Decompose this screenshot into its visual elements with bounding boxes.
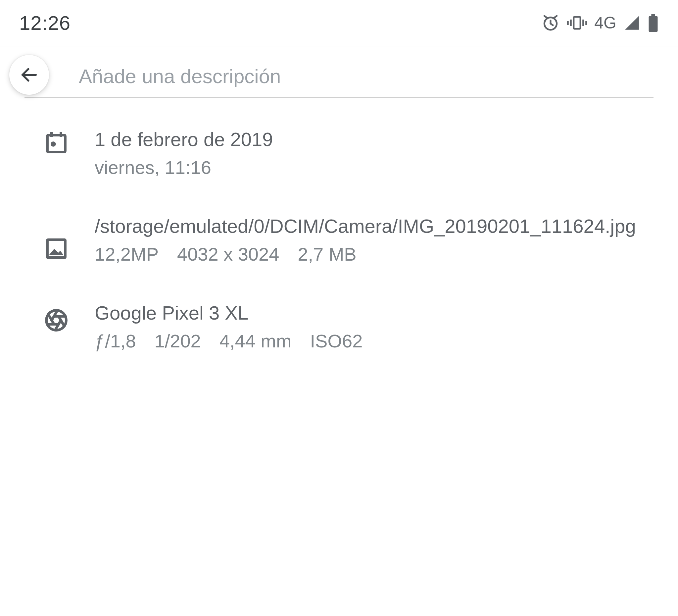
back-button[interactable] — [9, 55, 49, 95]
status-bar: 12:26 4G — [0, 0, 678, 46]
file-resolution: 4032 x 3024 — [177, 244, 279, 265]
camera-aperture: ƒ/1,8 — [95, 330, 136, 351]
image-icon — [44, 237, 68, 261]
vibrate-icon — [567, 13, 587, 32]
svg-rect-14 — [50, 132, 53, 137]
info-list: 1 de febrero de 2019 viernes, 11:16 /sto… — [0, 98, 678, 373]
svg-rect-6 — [570, 20, 572, 26]
svg-line-2 — [551, 24, 553, 25]
aperture-icon — [44, 308, 68, 332]
camera-row: Google Pixel 3 XL ƒ/1,81/2024,44 mmISO62 — [43, 287, 658, 373]
calendar-icon — [44, 130, 68, 154]
svg-rect-11 — [649, 16, 658, 32]
date-title: 1 de febrero de 2019 — [95, 128, 658, 152]
svg-rect-15 — [60, 132, 62, 137]
file-path: /storage/emulated/0/DCIM/Camera/IMG_2019… — [95, 214, 658, 239]
status-time: 12:26 — [19, 11, 71, 34]
camera-name: Google Pixel 3 XL — [95, 301, 658, 325]
camera-iso: ISO62 — [310, 330, 363, 351]
svg-rect-9 — [585, 21, 587, 25]
header — [0, 46, 678, 98]
svg-rect-13 — [47, 135, 65, 152]
signal-icon — [624, 14, 640, 31]
svg-line-4 — [555, 16, 557, 17]
svg-rect-8 — [582, 20, 584, 26]
status-icons: 4G — [541, 13, 659, 32]
svg-point-16 — [51, 141, 56, 147]
date-subtitle: viernes, 11:16 — [95, 155, 658, 180]
battery-icon — [647, 14, 659, 32]
camera-meta: ƒ/1,81/2024,44 mmISO62 — [95, 329, 658, 354]
svg-rect-7 — [567, 21, 569, 25]
file-mp: 12,2MP — [95, 244, 159, 265]
arrow-left-icon — [19, 65, 39, 85]
file-meta: 12,2MP4032 x 30242,7 MB — [95, 242, 658, 267]
svg-rect-17 — [47, 240, 65, 258]
svg-rect-5 — [574, 17, 580, 29]
svg-line-3 — [544, 16, 547, 17]
camera-focal: 4,44 mm — [220, 330, 292, 351]
network-type-label: 4G — [594, 13, 616, 32]
date-row: 1 de febrero de 2019 viernes, 11:16 — [43, 113, 658, 200]
svg-rect-10 — [651, 14, 655, 16]
description-input[interactable] — [25, 65, 653, 98]
file-row: /storage/emulated/0/DCIM/Camera/IMG_2019… — [43, 200, 658, 287]
file-size: 2,7 MB — [298, 244, 356, 265]
camera-shutter: 1/202 — [155, 330, 201, 351]
alarm-icon — [541, 13, 560, 32]
